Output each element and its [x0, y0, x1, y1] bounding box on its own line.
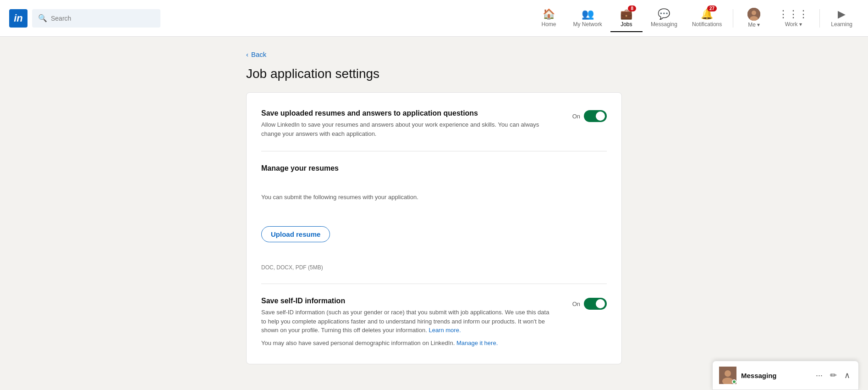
back-chevron: ‹ [246, 50, 248, 58]
divider-2 [261, 284, 607, 284]
nav-item-jobs[interactable]: 💼 8 Jobs [610, 5, 643, 32]
page-title: Job application settings [246, 67, 622, 81]
file-hint: DOC, DOCX, PDF (5MB) [261, 264, 323, 271]
save-self-id-toggle-label: On [572, 301, 580, 307]
save-self-id-desc: Save self-ID information (such as your g… [261, 308, 554, 335]
save-self-id-slider [584, 298, 607, 310]
save-self-id-toggle-wrapper: On [572, 298, 607, 310]
learning-label: Learning [831, 21, 852, 28]
save-self-id-toggle[interactable] [584, 298, 607, 310]
save-resumes-row: Save uploaded resumes and answers to app… [261, 106, 607, 142]
save-self-id-title: Save self-ID information [261, 297, 554, 305]
nav-item-home[interactable]: 🏠 Home [533, 5, 565, 32]
nav-item-work[interactable]: ⋮⋮⋮ Work ▾ [772, 5, 815, 32]
manage-demographic-text: You may also have saved personal demogra… [261, 339, 554, 348]
messaging-ellipsis-button[interactable]: ··· [814, 370, 824, 381]
search-input[interactable] [51, 15, 154, 22]
jobs-icon: 💼 8 [620, 8, 632, 20]
messaging-widget-title: Messaging [741, 372, 809, 379]
linkedin-logo[interactable]: in [9, 9, 27, 28]
navbar: in 🔍 🏠 Home 👥 My Network 💼 8 Jobs 💬 Me [0, 0, 868, 37]
home-icon: 🏠 [543, 8, 555, 20]
avatar-image [747, 8, 760, 21]
save-resumes-toggle-wrapper: On [572, 110, 607, 122]
messaging-compose-button[interactable]: ✏ [828, 369, 839, 381]
messaging-avatar [719, 367, 736, 384]
network-icon: 👥 [582, 8, 594, 20]
work-chevron: ▾ [799, 21, 802, 28]
upload-resume-button[interactable]: Upload resume [261, 226, 330, 242]
search-icon: 🔍 [38, 14, 47, 22]
navbar-left: in 🔍 [9, 9, 160, 28]
messaging-widget: Messaging ··· ✏ ∧ [712, 361, 859, 390]
notifications-label: Notifications [692, 21, 722, 28]
search-bar[interactable]: 🔍 [32, 9, 160, 28]
learning-icon: ▶ [838, 8, 846, 20]
manage-resumes-row: Manage your resumes You can submit the f… [261, 161, 607, 274]
nav-divider-2 [819, 9, 820, 28]
save-self-id-text: Save self-ID information Save self-ID in… [261, 297, 554, 347]
back-label: Back [251, 50, 266, 58]
manage-text: You may also have saved personal demogra… [261, 340, 455, 346]
jobs-label: Jobs [621, 21, 632, 28]
divider-1 [261, 151, 607, 151]
me-label: Me ▾ [748, 22, 760, 28]
messaging-actions: ··· ✏ ∧ [814, 369, 852, 381]
notifications-icon: 🔔 27 [701, 8, 713, 20]
manage-resumes-title: Manage your resumes [261, 164, 339, 173]
learn-more-link[interactable]: Learn more. [429, 327, 461, 334]
jobs-badge: 8 [628, 6, 636, 11]
nav-item-learning[interactable]: ▶ Learning [824, 5, 859, 32]
messaging-label: Messaging [651, 21, 677, 28]
save-resumes-toggle-label: On [572, 113, 580, 120]
me-chevron: ▾ [757, 22, 760, 28]
navbar-nav: 🏠 Home 👥 My Network 💼 8 Jobs 💬 Messaging… [533, 4, 859, 33]
main-content: ‹ Back Job application settings Save upl… [237, 37, 631, 378]
work-label: Work ▾ [785, 21, 802, 28]
settings-card: Save uploaded resumes and answers to app… [246, 92, 622, 364]
save-resumes-desc: Allow LinkedIn to save your resumes and … [261, 120, 554, 138]
save-resumes-toggle[interactable] [584, 110, 607, 122]
notifications-badge: 27 [707, 6, 717, 11]
save-resumes-text: Save uploaded resumes and answers to app… [261, 109, 554, 138]
save-resumes-title: Save uploaded resumes and answers to app… [261, 109, 554, 117]
manage-resumes-desc: You can submit the following resumes wit… [261, 194, 418, 201]
avatar [747, 8, 760, 21]
network-label: My Network [573, 21, 602, 28]
online-indicator [732, 379, 736, 384]
messaging-icon: 💬 [658, 8, 670, 20]
save-self-id-row: Save self-ID information Save self-ID in… [261, 293, 607, 351]
nav-item-me[interactable]: Me ▾ [738, 4, 770, 33]
nav-divider [733, 9, 733, 28]
svg-point-4 [725, 370, 731, 377]
messaging-header[interactable]: Messaging ··· ✏ ∧ [713, 361, 858, 390]
messaging-collapse-button[interactable]: ∧ [842, 369, 852, 381]
nav-item-messaging[interactable]: 💬 Messaging [644, 5, 684, 32]
manage-here-link[interactable]: Manage it here. [456, 340, 498, 346]
save-resumes-slider [584, 110, 607, 122]
home-label: Home [542, 21, 556, 28]
nav-item-network[interactable]: 👥 My Network [567, 5, 609, 32]
svg-point-1 [752, 11, 756, 15]
work-icon: ⋮⋮⋮ [778, 8, 808, 20]
back-link[interactable]: ‹ Back [246, 50, 622, 58]
nav-item-notifications[interactable]: 🔔 27 Notifications [686, 5, 728, 32]
save-self-id-description: Save self-ID information (such as your g… [261, 309, 549, 334]
